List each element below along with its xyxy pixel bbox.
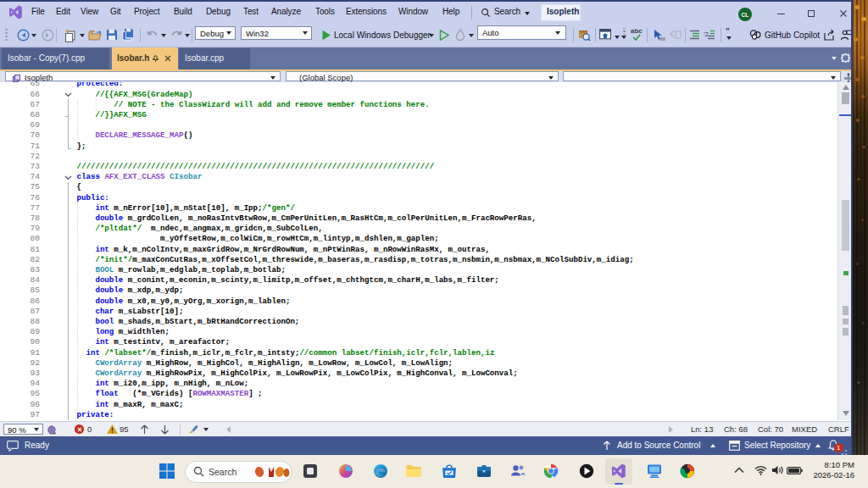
svg-text:'2: '2 <box>704 30 709 38</box>
